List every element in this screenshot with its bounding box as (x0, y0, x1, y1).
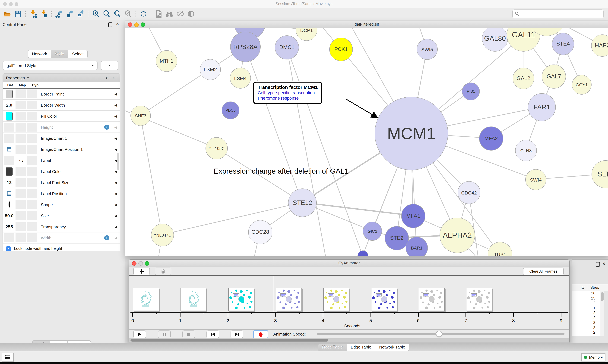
style-options-button[interactable] (101, 61, 118, 70)
property-row-label-color[interactable]: Label Color◀ (3, 166, 120, 177)
tab-style[interactable]: Style (51, 50, 68, 58)
search-field[interactable] (512, 10, 604, 18)
zoom-window-icon[interactable] (141, 23, 145, 27)
property-row-height[interactable]: Heighti◀ (3, 122, 120, 133)
table-row[interactable]: 2 (572, 320, 600, 325)
cyanimator-scrollbar[interactable] (129, 338, 569, 342)
default-value-cell[interactable] (4, 167, 14, 176)
table-row[interactable]: 1 (572, 306, 600, 311)
column-centrality[interactable]: ity (581, 285, 585, 290)
task-history-button[interactable] (1, 353, 14, 362)
node-FAR1[interactable]: FAR1 (528, 93, 556, 121)
tab-node-table[interactable]: Node Table (318, 343, 347, 351)
node-RPS28A[interactable]: RPS28A (230, 32, 261, 62)
node-PCK1[interactable]: PCK1 (329, 38, 353, 61)
style-selector[interactable]: galFiltered Style (2, 61, 97, 70)
collapse-arrow-icon[interactable]: ◀ (114, 203, 117, 206)
pause-button[interactable] (158, 330, 171, 338)
bypass-cell[interactable] (27, 101, 37, 109)
mapping-cell[interactable] (15, 178, 26, 187)
search-input[interactable] (521, 11, 603, 16)
column-stress[interactable]: Stres (590, 285, 599, 290)
info-icon[interactable]: i (104, 235, 109, 240)
properties-header[interactable]: Properties » « (3, 74, 120, 82)
node-GCY1[interactable]: GCY1 (572, 75, 592, 95)
annotation-link-2[interactable]: Pheromone response (258, 96, 318, 101)
bypass-cell[interactable] (27, 200, 37, 209)
close-window-icon[interactable] (132, 261, 137, 266)
default-value-cell[interactable] (4, 90, 14, 98)
float-panel-icon[interactable] (596, 262, 600, 267)
import-network-button[interactable] (28, 9, 39, 19)
node-MCM1[interactable]: MCM1 (375, 97, 448, 170)
bypass-cell[interactable] (27, 234, 37, 242)
default-value-cell[interactable] (4, 189, 14, 198)
default-value-cell[interactable]: 2.0 (4, 101, 14, 109)
node-YIL105C[interactable]: YIL105C (206, 137, 228, 159)
table-row[interactable]: 26 (572, 291, 600, 296)
mapping-cell[interactable] (15, 234, 26, 242)
default-value-cell[interactable] (4, 145, 14, 154)
playhead[interactable] (274, 276, 274, 313)
default-value-cell[interactable] (4, 200, 14, 209)
mapping-cell[interactable] (15, 211, 26, 220)
close-window-icon[interactable] (3, 2, 7, 6)
default-value-cell[interactable] (4, 123, 14, 131)
add-frame-button[interactable] (133, 268, 150, 275)
default-value-cell[interactable] (4, 134, 14, 143)
bypass-cell[interactable] (27, 167, 37, 176)
clear-all-frames-button[interactable]: Clear All Frames (523, 268, 564, 275)
open-session-button[interactable] (2, 9, 13, 19)
collapse-arrow-icon[interactable]: ◀ (114, 236, 117, 240)
node-CDC42[interactable]: CDC42 (457, 181, 480, 204)
import-table-button[interactable] (39, 9, 49, 19)
bypass-cell[interactable] (27, 189, 37, 198)
zoom-window-icon[interactable] (145, 261, 149, 266)
record-button[interactable] (253, 330, 268, 339)
info-icon[interactable]: i (104, 125, 109, 130)
mapping-cell[interactable] (15, 200, 26, 209)
bypass-cell[interactable] (27, 156, 37, 165)
bypass-cell[interactable] (27, 145, 37, 154)
property-row-shape[interactable]: Shape◀ (3, 199, 120, 210)
mapping-cell[interactable] (15, 145, 26, 154)
cyanimator-titlebar[interactable]: CyAnimator (129, 260, 569, 267)
bypass-cell[interactable] (27, 211, 37, 220)
bypass-cell[interactable] (27, 178, 37, 187)
table-row[interactable]: 2 (572, 311, 600, 315)
table-row[interactable]: 2 (572, 301, 600, 306)
node-STE4[interactable]: STE4 (552, 33, 574, 55)
table-row[interactable]: 25 (572, 296, 600, 301)
node-MFA1[interactable]: MFA1 (401, 204, 425, 228)
export-image-button[interactable] (75, 9, 86, 19)
collapse-arrow-icon[interactable]: ◀ (114, 136, 117, 140)
tab-network[interactable]: Network (28, 50, 51, 58)
skip-to-start-button[interactable] (207, 330, 219, 338)
default-value-cell[interactable] (4, 156, 14, 165)
mapping-cell[interactable] (15, 167, 26, 176)
save-session-button[interactable] (13, 9, 23, 19)
column-divider[interactable] (587, 285, 587, 290)
node-PIS1[interactable]: PIS1 (462, 83, 480, 100)
timeline-frame-0[interactable] (133, 288, 159, 311)
bypass-cell[interactable] (27, 112, 37, 120)
property-row-transparency[interactable]: 255Transparency◀ (3, 221, 120, 233)
node-LSM4[interactable]: LSM4 (230, 68, 251, 89)
mapping-cell[interactable]: ⋮› (15, 156, 26, 165)
zoom-in-button[interactable] (91, 9, 101, 19)
property-row-label[interactable]: ⋮›Label◀ (3, 155, 120, 166)
bypass-cell[interactable] (27, 123, 37, 131)
collapse-arrow-icon[interactable]: ◀ (114, 92, 117, 96)
node-GIC2[interactable]: GIC2 (363, 222, 382, 241)
mapping-cell[interactable] (15, 134, 26, 143)
memory-button[interactable]: Memory (581, 353, 606, 362)
zoom-window-icon[interactable] (14, 2, 18, 6)
close-panel-icon[interactable]: ✕ (602, 261, 606, 266)
table-row[interactable]: 2 (572, 315, 600, 320)
timeline[interactable]: 0123456789 Seconds (129, 276, 569, 329)
node-MFA2[interactable]: MFA2 (479, 127, 503, 151)
network-window-titlebar[interactable]: galFiltered.sif (125, 21, 608, 28)
node-STE2[interactable]: STE2 (385, 226, 409, 250)
default-value-cell[interactable]: 255 (4, 222, 14, 231)
mapping-cell[interactable] (15, 112, 26, 120)
